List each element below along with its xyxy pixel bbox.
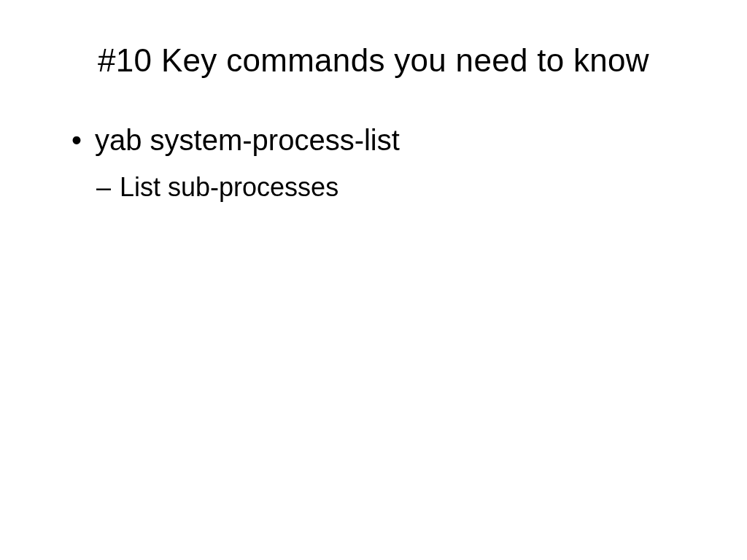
sub-bullet-text: List sub-processes xyxy=(120,172,338,202)
sub-bullet-list: List sub-processes xyxy=(51,171,696,203)
bullet-text: yab system-process-list xyxy=(95,124,400,156)
slide-container: #10 Key commands you need to know yab sy… xyxy=(0,0,747,560)
sub-bullet-item: List sub-processes xyxy=(96,171,696,203)
bullet-list: yab system-process-list xyxy=(51,122,696,158)
slide-title: #10 Key commands you need to know xyxy=(51,42,696,79)
bullet-item: yab system-process-list xyxy=(71,122,696,158)
